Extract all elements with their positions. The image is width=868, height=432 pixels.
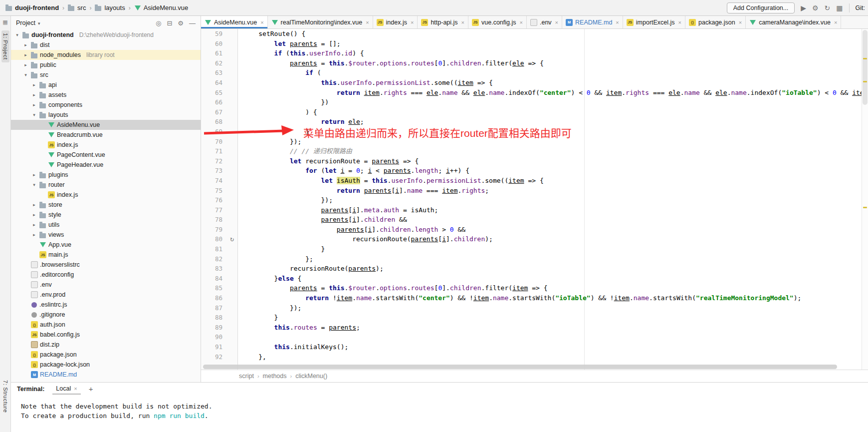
code-line[interactable]: recursionRoute(parents[i].children); xyxy=(243,234,868,244)
code-line[interactable]: parents = this.$router.options.routes[0]… xyxy=(243,58,868,68)
code-line[interactable]: }, xyxy=(243,352,868,362)
tree-item[interactable]: ▸assets xyxy=(11,90,201,100)
code-line[interactable]: }else { xyxy=(243,274,868,284)
error-stripe[interactable] xyxy=(862,29,868,370)
line-number[interactable]: 59 xyxy=(201,29,237,39)
chevron-collapsed-icon[interactable]: ▸ xyxy=(31,212,37,217)
line-number[interactable]: 87 xyxy=(201,303,237,313)
line-number[interactable]: 72 xyxy=(201,156,237,166)
tree-item[interactable]: JSbabel.config.js xyxy=(11,330,201,340)
chevron-expanded-icon[interactable]: ▾ xyxy=(31,182,37,187)
chevron-collapsed-icon[interactable]: ▸ xyxy=(22,52,29,57)
tree-item[interactable]: ▾layouts xyxy=(11,110,201,120)
line-number[interactable]: 80↻ xyxy=(201,234,237,244)
breadcrumb-item[interactable]: layouts xyxy=(93,3,126,12)
line-number[interactable]: 82 xyxy=(201,254,237,264)
code-line[interactable]: if ( xyxy=(243,68,868,78)
line-number[interactable]: 71 xyxy=(201,146,237,156)
tree-item[interactable]: ▸utils xyxy=(11,220,201,230)
code-line[interactable] xyxy=(243,332,868,342)
code-line[interactable]: this.userInfo.permissionList.some((item … xyxy=(243,78,868,88)
tool-windows-icon[interactable]: ▦ xyxy=(0,19,10,25)
code-line[interactable]: }); xyxy=(243,195,868,205)
tree-item[interactable]: ▸style xyxy=(11,210,201,220)
close-icon[interactable]: × xyxy=(678,19,681,25)
tree-item[interactable]: ▸store xyxy=(11,200,201,210)
editor-breadcrumb-item[interactable]: clickMenu() xyxy=(295,373,327,380)
collapse-all-icon[interactable]: ⊟ xyxy=(167,19,172,27)
line-number[interactable]: 83 xyxy=(201,264,237,274)
code-line[interactable]: return parents[i].name === item.rights; xyxy=(243,186,868,196)
line-number[interactable]: 63 xyxy=(201,68,237,78)
code-line[interactable]: }); xyxy=(243,303,868,313)
code-line[interactable]: let parents = []; xyxy=(243,39,868,49)
line-number[interactable]: 79 xyxy=(201,225,237,235)
tree-item[interactable]: ▸node_moduleslibrary root xyxy=(11,50,201,60)
line-number[interactable]: 90 xyxy=(201,332,237,342)
line-number[interactable]: 67 xyxy=(201,107,237,117)
editor-breadcrumb-item[interactable]: methods xyxy=(263,373,287,380)
line-number[interactable]: 91 xyxy=(201,342,237,352)
tool-button-structure[interactable]: 7: Structure xyxy=(1,378,9,415)
code-line[interactable]: parents = this.$router.options.routes[0]… xyxy=(243,283,868,293)
tree-item[interactable]: .browserslistrc xyxy=(11,260,201,270)
tree-item[interactable]: .eslintrc.js xyxy=(11,300,201,310)
close-icon[interactable]: × xyxy=(411,19,414,25)
code-line[interactable]: parents[i].children && xyxy=(243,215,868,225)
tree-item[interactable]: ▸components xyxy=(11,100,201,110)
line-number[interactable]: 86 xyxy=(201,293,237,303)
code-line[interactable]: // // 递归权限路由 xyxy=(243,146,868,156)
add-configuration-button[interactable]: Add Configuration... xyxy=(727,2,795,13)
close-icon[interactable]: × xyxy=(366,19,369,25)
code-line[interactable]: this.initialKeys(); xyxy=(243,342,868,352)
tree-item[interactable]: JSindex.js xyxy=(11,140,201,150)
tree-item[interactable]: {}auth.json xyxy=(11,320,201,330)
chevron-collapsed-icon[interactable]: ▸ xyxy=(31,222,37,227)
tree-item[interactable]: ▸plugins xyxy=(11,170,201,180)
code-line[interactable]: return !item.name.startsWith("center") &… xyxy=(243,293,868,303)
chevron-collapsed-icon[interactable]: ▸ xyxy=(31,102,37,107)
close-icon[interactable]: × xyxy=(739,19,742,25)
code-area[interactable]: setRoute() {let parents = [];if (this.us… xyxy=(238,29,868,370)
code-line[interactable]: parents[i].children.length > 0 && xyxy=(243,225,868,235)
new-terminal-button[interactable]: + xyxy=(89,385,93,393)
line-number[interactable]: 88 xyxy=(201,313,237,323)
editor-tab[interactable]: {}package.json× xyxy=(685,16,746,28)
tree-item[interactable]: ▸views xyxy=(11,230,201,240)
tree-item[interactable]: ▸dist xyxy=(11,40,201,50)
tree-item[interactable]: dist.zip xyxy=(11,340,201,350)
horizontal-scrollbar[interactable] xyxy=(203,365,837,369)
line-number[interactable]: 77 xyxy=(201,205,237,215)
tree-item[interactable]: ▸public xyxy=(11,60,201,70)
chevron-collapsed-icon[interactable]: ▸ xyxy=(31,92,37,97)
tree-item[interactable]: App.vue xyxy=(11,240,201,250)
tree-item[interactable]: MREADME.md xyxy=(11,370,201,380)
hide-panel-icon[interactable]: — xyxy=(189,19,196,27)
chevron-collapsed-icon[interactable]: ▸ xyxy=(22,62,29,67)
breadcrumb-item[interactable]: src xyxy=(66,3,87,12)
line-number[interactable]: 73 xyxy=(201,166,237,176)
settings-gear-icon[interactable]: ⚙ xyxy=(178,19,184,27)
tree-item[interactable]: ▸api xyxy=(11,80,201,90)
line-number[interactable]: 76 xyxy=(201,195,237,205)
tree-item[interactable]: .editorconfig xyxy=(11,270,201,280)
tree-item[interactable]: AsideMenu.vue xyxy=(11,120,201,130)
tree-item[interactable]: .env xyxy=(11,280,201,290)
terminal-tab-local[interactable]: Local × xyxy=(52,384,80,395)
line-number[interactable]: 66 xyxy=(201,97,237,107)
chevron-collapsed-icon[interactable]: ▸ xyxy=(31,232,37,237)
close-icon[interactable]: × xyxy=(555,19,558,25)
line-number[interactable]: 85 xyxy=(201,283,237,293)
code-line[interactable]: let recursionRoute = parents => { xyxy=(243,156,868,166)
breadcrumb-item[interactable]: AsideMenu.vue xyxy=(133,3,190,12)
line-number[interactable]: 69 xyxy=(201,127,237,137)
tree-item[interactable]: PageContent.vue xyxy=(11,150,201,160)
tree-item[interactable]: .gitignore xyxy=(11,310,201,320)
locate-file-icon[interactable]: ◎ xyxy=(156,19,161,27)
line-number[interactable]: 78 xyxy=(201,215,237,225)
line-number[interactable]: 81 xyxy=(201,244,237,254)
code-line[interactable]: if (this.userInfo.id) { xyxy=(243,48,868,58)
line-number[interactable]: 65 xyxy=(201,88,237,98)
chevron-expanded-icon[interactable]: ▾ xyxy=(14,32,20,37)
tree-item[interactable]: Breadcrumb.vue xyxy=(11,130,201,140)
